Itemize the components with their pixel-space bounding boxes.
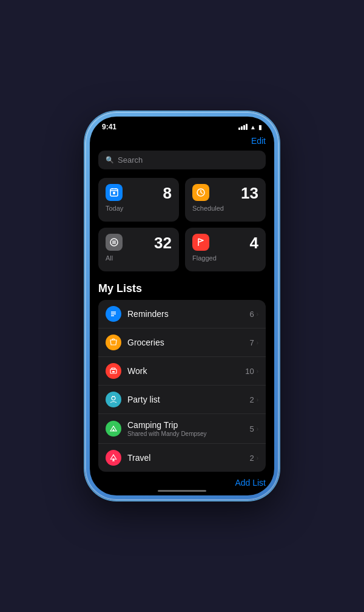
search-placeholder: Search [118,155,143,165]
scheduled-icon [192,184,209,201]
reminders-chevron: › [257,311,258,318]
flagged-label: Flagged [192,254,258,262]
svg-line-7 [201,192,203,194]
groceries-meta: 7 › [249,338,258,347]
travel-chevron: › [257,455,258,461]
travel-icon [106,450,121,466]
camping-count: 5 [249,424,254,433]
smart-cards-grid: 8 Today 13 Scheduled [98,178,266,271]
party-count: 2 [249,395,254,404]
travel-name: Travel [127,453,249,463]
svg-rect-16 [112,368,115,370]
work-info: Work [127,366,245,376]
phone-frame: 9:41 ▲ ▮ Edit 🔍 Search [85,112,279,500]
all-icon [106,234,123,251]
wifi-icon: ▲ [250,124,256,131]
groceries-info: Groceries [127,338,249,347]
battery-icon: ▮ [258,124,262,131]
reminders-info: Reminders [127,309,249,319]
work-icon [106,363,121,379]
content-area: Edit 🔍 Search [90,134,274,488]
scheduled-label: Scheduled [192,205,258,212]
today-label: Today [106,205,172,212]
status-time: 9:41 [102,123,116,131]
svg-rect-4 [113,192,115,194]
camping-name: Camping Trip [127,420,249,430]
edit-button[interactable]: Edit [98,134,266,151]
work-count: 10 [245,367,254,376]
list-item-camping[interactable]: Camping Trip Shared with Mandy Dempsey 5… [98,414,266,444]
scheduled-card[interactable]: 13 Scheduled [185,178,266,222]
flagged-icon [192,234,209,251]
reminders-name: Reminders [127,309,249,319]
today-card[interactable]: 8 Today [98,178,179,222]
work-meta: 10 › [245,367,258,376]
travel-meta: 2 › [249,454,258,463]
today-icon [106,184,123,201]
reminders-icon [106,306,121,322]
groceries-count: 7 [249,338,254,347]
search-icon: 🔍 [106,156,114,164]
home-indicator [158,490,206,492]
all-label: All [106,254,172,262]
all-card[interactable]: 32 All [98,228,179,271]
lists-container: Reminders 6 › [98,300,266,472]
status-icons: ▲ ▮ [238,124,262,131]
party-chevron: › [257,396,258,403]
list-item-party[interactable]: Party list 2 › [98,386,266,414]
party-icon [106,392,121,407]
party-name: Party list [127,395,249,404]
groceries-icon [106,335,121,350]
work-name: Work [127,366,245,376]
notch [146,117,218,131]
party-info: Party list [127,395,249,404]
groceries-chevron: › [257,339,258,346]
list-item-work[interactable]: Work 10 › [98,357,266,386]
today-count: 8 [163,184,172,203]
work-chevron: › [257,368,258,375]
my-lists-title: My Lists [98,282,266,295]
signal-icon [238,124,248,130]
camping-chevron: › [257,426,258,432]
all-count: 32 [154,234,172,253]
camping-info: Camping Trip Shared with Mandy Dempsey [127,420,249,437]
party-meta: 2 › [249,395,258,404]
list-item-groceries[interactable]: Groceries 7 › [98,328,266,357]
phone-screen: 9:41 ▲ ▮ Edit 🔍 Search [90,117,274,495]
add-list-button[interactable]: Add List [98,472,266,488]
search-bar[interactable]: 🔍 Search [98,151,266,169]
list-item-reminders[interactable]: Reminders 6 › [98,300,266,328]
camping-sub: Shared with Mandy Dempsey [127,430,249,437]
svg-rect-17 [112,371,115,373]
scheduled-count: 13 [241,184,258,203]
groceries-name: Groceries [127,338,249,347]
flagged-card[interactable]: 4 Flagged [185,228,266,271]
reminders-meta: 6 › [249,310,258,319]
reminders-count: 6 [249,310,254,319]
travel-info: Travel [127,453,249,463]
list-item-travel[interactable]: Travel 2 › [98,444,266,472]
camping-icon [106,421,121,437]
flagged-count: 4 [250,234,258,253]
travel-count: 2 [249,454,254,463]
camping-meta: 5 › [249,424,258,433]
